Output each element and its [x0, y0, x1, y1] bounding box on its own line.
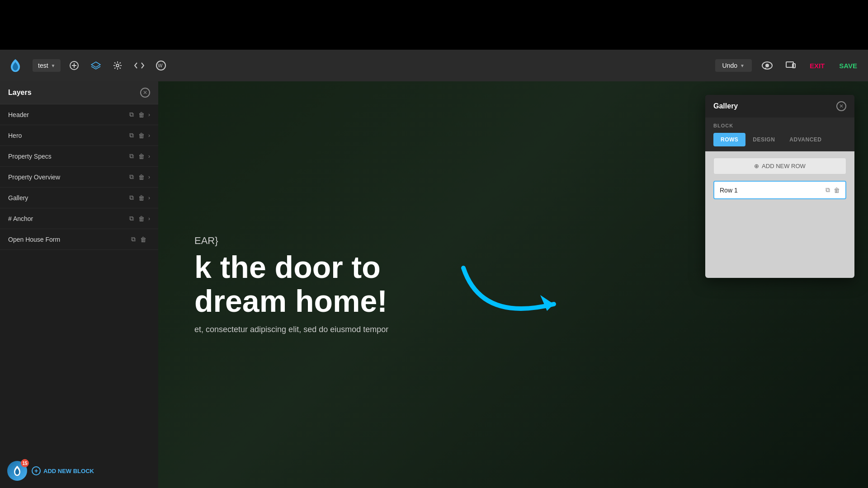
sidebar-item-label-header: Header	[8, 111, 129, 118]
code-icon[interactable]	[131, 57, 147, 74]
sidebar-item-actions-property-overview: ⧉ 🗑	[129, 173, 145, 181]
sidebar-item-actions-property-specs: ⧉ 🗑	[129, 152, 145, 160]
sidebar-item-hero[interactable]: Hero ⧉ 🗑 ›	[0, 125, 158, 146]
add-block-icon[interactable]	[66, 57, 82, 74]
gallery-panel-tabs: ROWS DESIGN ADVANCED	[705, 128, 854, 151]
gallery-panel-title: Gallery	[713, 102, 738, 110]
gallery-panel-close-button[interactable]: ✕	[836, 101, 846, 111]
delete-icon-open-house-form[interactable]: 🗑	[140, 236, 146, 243]
add-new-block-icon: +	[32, 466, 41, 475]
canvas: EAR} k the door todream home! et, consec…	[158, 81, 868, 488]
canvas-small-text: EAR}	[194, 235, 388, 247]
sidebar-item-actions-gallery: ⧉ 🗑	[129, 194, 145, 202]
sidebar-footer: 15 + ADD NEW BLOCK	[0, 454, 158, 488]
undo-chevron-icon: ▼	[740, 63, 745, 68]
undo-button[interactable]: Undo ▼	[715, 59, 752, 72]
add-new-row-button[interactable]: ⊕ ADD NEW ROW	[713, 158, 846, 174]
undo-label: Undo	[722, 62, 737, 69]
tab-advanced[interactable]: ADVANCED	[782, 133, 829, 146]
copy-icon-anchor[interactable]: ⧉	[129, 215, 134, 222]
sidebar-item-label-anchor: # Anchor	[8, 215, 129, 222]
row-item-1-label: Row 1	[720, 187, 826, 194]
save-button[interactable]: SAVE	[835, 62, 861, 70]
notification-badge: 15	[21, 459, 29, 467]
sidebar-item-open-house-form[interactable]: Open House Form ⧉ 🗑	[0, 229, 158, 250]
project-selector[interactable]: test ▼	[33, 59, 61, 72]
sidebar-item-label-property-specs: Property Specs	[8, 153, 129, 160]
row-copy-icon[interactable]: ⧉	[826, 186, 830, 194]
delete-icon-hero[interactable]: 🗑	[138, 132, 145, 139]
gallery-panel-header: Gallery ✕	[705, 95, 854, 117]
copy-icon-property-overview[interactable]: ⧉	[129, 173, 134, 181]
preview-icon[interactable]	[759, 57, 775, 74]
canvas-text-block: EAR} k the door todream home! et, consec…	[158, 208, 425, 362]
svg-marker-3	[91, 62, 100, 67]
row-item-1-actions: ⧉ 🗑	[826, 186, 840, 194]
sidebar-item-gallery[interactable]: Gallery ⧉ 🗑 ›	[0, 188, 158, 208]
wordpress-icon[interactable]: W	[153, 57, 169, 74]
expand-icon-anchor[interactable]: ›	[148, 216, 150, 222]
copy-icon-open-house-form[interactable]: ⧉	[131, 235, 136, 243]
sidebar-item-actions-open-house-form: ⧉ 🗑	[131, 235, 146, 243]
svg-marker-12	[540, 295, 554, 311]
layers-icon[interactable]	[88, 57, 104, 74]
delete-icon-property-specs[interactable]: 🗑	[138, 153, 145, 160]
expand-icon-hero[interactable]: ›	[148, 132, 150, 139]
sidebar-item-label-property-overview: Property Overview	[8, 174, 129, 181]
delete-icon-header[interactable]: 🗑	[138, 111, 145, 118]
sidebar-item-property-overview[interactable]: Property Overview ⧉ 🗑 ›	[0, 167, 158, 188]
add-new-row-label: ADD NEW ROW	[762, 163, 806, 169]
delete-icon-anchor[interactable]: 🗑	[138, 215, 145, 222]
sidebar: Layers ✕ Header ⧉ 🗑 › Hero ⧉ 🗑 › Propert…	[0, 81, 158, 488]
gallery-panel-body: ⊕ ADD NEW ROW Row 1 ⧉ 🗑	[705, 151, 854, 278]
expand-icon-property-overview[interactable]: ›	[148, 174, 150, 180]
sidebar-title: Layers	[8, 89, 32, 97]
main-area: Layers ✕ Header ⧉ 🗑 › Hero ⧉ 🗑 › Propert…	[0, 81, 868, 488]
svg-text:W: W	[158, 63, 163, 68]
tab-rows[interactable]: ROWS	[713, 133, 745, 146]
add-new-block-label: ADD NEW BLOCK	[43, 468, 94, 474]
sidebar-item-header[interactable]: Header ⧉ 🗑 ›	[0, 104, 158, 125]
copy-icon-hero[interactable]: ⧉	[129, 131, 134, 139]
avatar-wrap: 15	[7, 461, 27, 481]
sidebar-item-anchor[interactable]: # Anchor ⧉ 🗑 ›	[0, 208, 158, 229]
settings-icon[interactable]	[109, 57, 126, 74]
add-new-block-button[interactable]: + ADD NEW BLOCK	[32, 466, 94, 475]
copy-icon-header[interactable]: ⧉	[129, 111, 134, 118]
canvas-sub-text: et, consectetur adipiscing elit, sed do …	[194, 325, 388, 334]
sidebar-item-actions-hero: ⧉ 🗑	[129, 131, 145, 139]
canvas-large-text: k the door todream home!	[194, 250, 388, 318]
delete-icon-property-overview[interactable]: 🗑	[138, 174, 145, 181]
project-chevron-icon: ▼	[51, 63, 56, 68]
delete-icon-gallery[interactable]: 🗑	[138, 194, 145, 202]
tab-design[interactable]: DESIGN	[745, 133, 782, 146]
responsive-icon[interactable]	[783, 57, 799, 74]
toolbar: test ▼ W Un	[0, 50, 868, 81]
sidebar-item-property-specs[interactable]: Property Specs ⧉ 🗑 ›	[0, 146, 158, 167]
sidebar-item-actions-anchor: ⧉ 🗑	[129, 215, 145, 222]
svg-point-4	[116, 64, 119, 67]
arrow-annotation	[445, 259, 581, 351]
sidebar-item-label-gallery: Gallery	[8, 194, 129, 202]
row-delete-icon[interactable]: 🗑	[834, 187, 840, 194]
expand-icon-property-specs[interactable]: ›	[148, 153, 150, 160]
gallery-panel: Gallery ✕ BLOCK ROWS DESIGN ADVANCED ⊕ A…	[705, 95, 854, 278]
app-logo[interactable]	[7, 57, 24, 74]
row-item-1[interactable]: Row 1 ⧉ 🗑	[713, 181, 846, 199]
sidebar-item-actions-header: ⧉ 🗑	[129, 111, 145, 118]
expand-icon-header[interactable]: ›	[148, 112, 150, 118]
sidebar-close-button[interactable]: ✕	[140, 88, 150, 98]
sidebar-item-label-hero: Hero	[8, 132, 129, 139]
svg-point-8	[766, 64, 769, 67]
add-new-row-icon: ⊕	[754, 163, 759, 169]
gallery-panel-block-label: BLOCK	[705, 117, 854, 128]
sidebar-item-label-open-house-form: Open House Form	[8, 236, 131, 243]
exit-button[interactable]: EXIT	[806, 62, 828, 70]
toolbar-right: Undo ▼ EXIT SAVE	[715, 57, 861, 74]
expand-icon-gallery[interactable]: ›	[148, 195, 150, 201]
project-name: test	[38, 62, 48, 69]
top-bar	[0, 0, 868, 50]
sidebar-header: Layers ✕	[0, 81, 158, 104]
copy-icon-property-specs[interactable]: ⧉	[129, 152, 134, 160]
copy-icon-gallery[interactable]: ⧉	[129, 194, 134, 202]
